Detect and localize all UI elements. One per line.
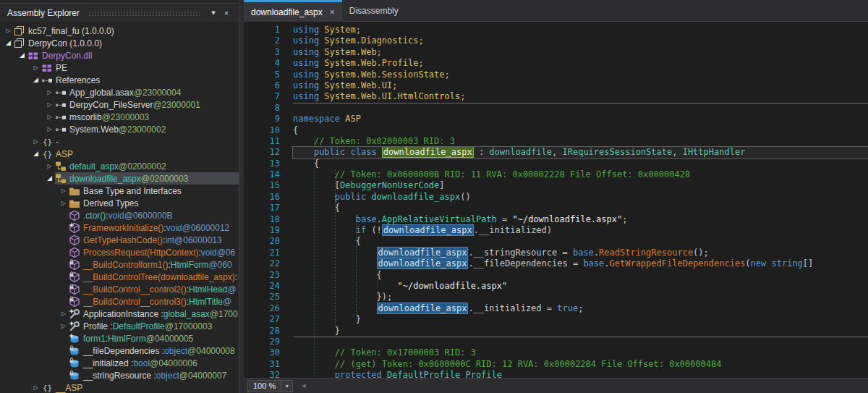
tree-item-kc57-final-fu-1-0-0-0[interactable]: ▷kc57_final_fu (1.0.0.0) [0,25,239,37]
highlight-reference: downloadfile_aspx [377,303,469,314]
expander-expanded-icon[interactable]: ◢ [44,172,55,185]
scroll-left-icon[interactable]: ◄ [297,382,307,389]
expander-collapsed-icon[interactable]: ▷ [44,98,55,111]
expander-expanded-icon[interactable]: ◢ [17,49,27,62]
namespace-icon: {} [41,148,53,160]
tab-disassembly[interactable]: Disassembly [342,0,406,22]
tree-item-initialized[interactable]: __initialized : bool @04000006 [0,357,239,369]
tree-item-default-aspx[interactable]: ▷default_aspx @02000002 [0,160,239,172]
tree-item-ctor[interactable]: .ctor() : void @0600000B [0,209,239,221]
tab-downloadfile-aspx[interactable]: downloadfile_aspx × [244,0,342,22]
expander-collapsed-icon[interactable]: ▷ [3,25,14,37]
text-segment: using [293,91,324,101]
line-text: base.AppRelativeVirtualPath = "~/downloa… [293,214,868,225]
tree-item-references[interactable]: ◢References [0,74,239,86]
expander-collapsed-icon[interactable]: ▷ [44,86,55,98]
tree-item-derived-types[interactable]: ▷Derived Types [0,197,239,209]
panel-drag-grip[interactable] [88,10,200,16]
panel-header: Assembly Explorer ▾ × [0,3,239,22]
tree-item-downloadfile-aspx[interactable]: ◢downloadfile_aspx @02000003 [0,172,239,185]
tree-row-content: __BuildControl__control3() : HtmlTitle @ [69,295,239,308]
line-text: { [293,203,868,214]
tree-item-buildcontrolform1[interactable]: __BuildControlform1() : HtmlForm @060 [0,258,239,271]
code-editor[interactable]: 1using System;2using System.Diagnostics;… [244,22,868,378]
line-number: 17 [244,203,280,214]
svg-text:{}: {} [43,150,52,159]
text-segment: @23000002 [119,124,166,135]
tree-item-gettypehashcode[interactable]: GetTypeHashCode() : int @06000013 [0,234,239,246]
expander-collapsed-icon[interactable]: ▷ [44,123,55,135]
tree-item-form1[interactable]: form1 : HtmlForm @04000005 [0,332,239,345]
tree-row-content: __fileDependencies : object @04000008 [69,345,239,357]
tree-row-content: kc57_final_fu (1.0.0.0) [14,25,239,37]
tree-item-asp[interactable]: ◢{}ASP [0,148,239,160]
code-line: 9namespace ASP [244,114,868,124]
text-segment: ApplicationInstance : [83,309,163,319]
tree-item-derpycon-dll[interactable]: ◢DerpyCon.dll [0,49,239,62]
namespace-icon: {} [41,382,53,393]
tree-item-pe[interactable]: ▷PE [0,62,239,74]
text-segment [293,359,335,369]
panel-splitter[interactable] [239,0,244,393]
expander-collapsed-icon[interactable]: ▷ [58,308,69,320]
tree-item-filedependencies[interactable]: __fileDependencies : object @04000008 [0,345,239,357]
text-segment: downloadfile [489,147,552,157]
text-segment: @04000006 [150,358,197,368]
tree-item-[interactable]: ▷{}- [0,135,239,148]
expander-collapsed-icon[interactable]: ▷ [44,111,55,123]
text-segment: } [293,326,340,336]
tree-item-buildcontrol-control3[interactable]: __BuildControl__control3() : HtmlTitle @ [0,295,239,308]
text-segment: using [293,58,324,68]
expander-expanded-icon[interactable]: ◢ [30,148,41,160]
chevron-down-icon[interactable]: ▾ [207,7,220,20]
tree-item-base-type-and-interfaces[interactable]: ▷Base Type and Interfaces [0,185,239,197]
text-segment: () [460,192,470,202]
text-segment: void [201,248,217,258]
text-segment: ( [745,258,750,269]
tab-close-icon[interactable]: × [330,8,335,17]
panel-title: Assembly Explorer [7,8,80,18]
tree-item-frameworkinitialize[interactable]: FrameworkInitialize() : void @06000012 [0,221,239,234]
tree-row-content: App_global.asax @23000004 [55,86,239,98]
text-segment: ASP [345,114,361,124]
tree-row-content: .ctor() : void @0600000B [69,209,239,221]
text-segment: @04000008 [187,346,235,356]
horizontal-scrollbar[interactable]: ◄ [297,380,867,392]
method-icon [69,271,80,283]
tree-item-derpycon-1-0-0-0[interactable]: ◢DerpyCon (1.0.0.0) [0,37,239,49]
line-number: 4 [244,58,280,69]
method-icon [69,247,80,258]
tree-item-mscorlib[interactable]: ▷mscorlib @23000003 [0,111,239,123]
tree-item-app-global-asax[interactable]: ▷App_global.asax @23000004 [0,86,239,98]
tree-item-system-web[interactable]: ▷System.Web @23000002 [0,123,239,135]
tree-item-asp[interactable]: ▷{}__ASP [0,381,239,393]
text-segment [293,147,314,157]
code-line: 11 // Token: 0x02000003 RID: 3 [244,136,868,147]
text-segment: __BuildControl__control3() [83,297,187,307]
tree-item-profile[interactable]: ▷Profile : DefaultProfile @17000003 [0,320,239,332]
tree-item-processrequest-httpcontext[interactable]: ProcessRequest(HttpContext) : void @06 [0,246,239,258]
close-icon[interactable]: × [220,7,233,20]
tree-row-content: DerpyCon (1.0.0.0) [14,37,239,49]
expander-collapsed-icon[interactable]: ▷ [30,62,41,74]
expander-collapsed-icon[interactable]: ▷ [44,160,55,172]
expander-collapsed-icon[interactable]: ▷ [58,185,69,197]
line-number: 29 [244,337,280,347]
tree-item-derpycon-fileserver[interactable]: ▷DerpyCon_FileServer @23000001 [0,98,239,111]
tree-item-buildcontroltree-downloadfile-aspx[interactable]: __BuildControlTree(downloadfile_aspx) : [0,271,239,283]
expander-expanded-icon[interactable]: ◢ [3,37,14,49]
tree-item-applicationinstance[interactable]: ▷ApplicationInstance : global_asax @1700 [0,308,239,320]
expander-expanded-icon[interactable]: ◢ [30,74,41,86]
zoom-dropdown-button[interactable]: ▾ [281,380,293,392]
expander-collapsed-icon[interactable]: ▷ [58,320,69,332]
indent-spacer [0,227,58,228]
indent-spacer [0,326,58,326]
expander-collapsed-icon[interactable]: ▷ [58,197,69,209]
field-icon [69,370,80,381]
expander-collapsed-icon[interactable]: ▷ [30,381,41,393]
zoom-level-value[interactable]: 100 % [247,380,281,392]
tree-item-buildcontrol-control2[interactable]: __BuildControl__control2() : HtmlHead @ [0,283,239,295]
zoom-combobox[interactable]: 100 % ▾ [247,380,293,392]
tree-item-stringresource[interactable]: __stringResource : object @04000007 [0,369,239,381]
expander-collapsed-icon[interactable]: ▷ [30,135,41,148]
